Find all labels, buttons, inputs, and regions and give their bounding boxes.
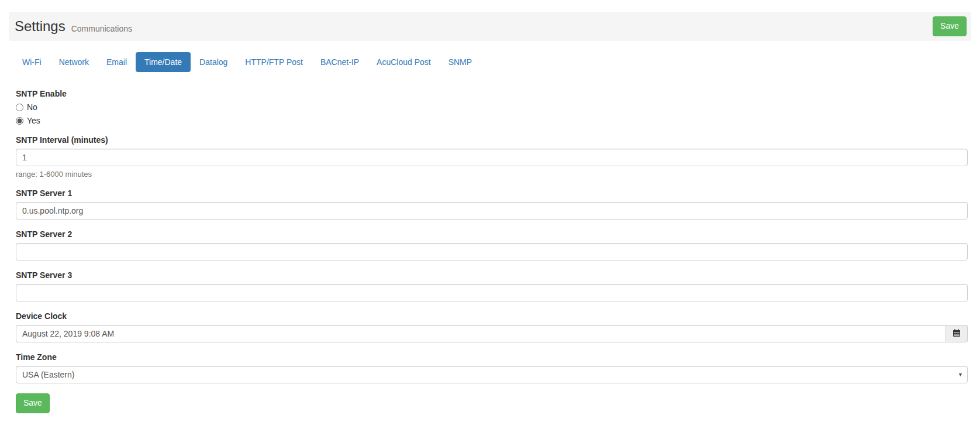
save-button-top[interactable]: Save [933, 16, 967, 36]
sntp-enable-no-radio[interactable] [16, 104, 23, 111]
tab-time-date[interactable]: Time/Date [136, 52, 191, 72]
sntp-enable-no-label[interactable]: No [27, 102, 37, 112]
tab-bacnet-ip[interactable]: BACnet-IP [312, 52, 368, 72]
page-title: Settings [15, 18, 65, 35]
sntp-server2-group: SNTP Server 2 [16, 229, 968, 260]
sntp-interval-help: range: 1-6000 minutes [16, 170, 968, 179]
tab-network[interactable]: Network [50, 52, 98, 72]
page-header: Settings Communications Save [9, 12, 971, 41]
sntp-interval-input[interactable] [16, 149, 968, 166]
sntp-server1-label: SNTP Server 1 [16, 188, 968, 198]
sntp-server1-input[interactable] [16, 202, 968, 220]
calendar-icon [953, 329, 961, 339]
tab-wifi[interactable]: Wi-Fi [13, 52, 50, 72]
page-subtitle: Communications [71, 19, 132, 33]
time-zone-select-wrap: USA (Eastern) ▼ [16, 366, 968, 383]
sntp-server1-group: SNTP Server 1 [16, 188, 968, 220]
device-clock-input[interactable] [16, 325, 946, 342]
tab-datalog[interactable]: Datalog [191, 52, 236, 72]
sntp-server3-input[interactable] [16, 284, 968, 301]
time-zone-select[interactable]: USA (Eastern) [16, 366, 968, 383]
tab-acucloud-post[interactable]: AcuCloud Post [368, 52, 440, 72]
sntp-enable-group: SNTP Enable No Yes [16, 89, 968, 125]
save-button-bottom[interactable]: Save [16, 393, 50, 413]
device-clock-group: Device Clock [16, 311, 968, 342]
device-clock-calendar-button[interactable] [946, 325, 968, 342]
sntp-server3-group: SNTP Server 3 [16, 270, 968, 301]
sntp-interval-label: SNTP Interval (minutes) [16, 135, 968, 145]
sntp-interval-group: SNTP Interval (minutes) range: 1-6000 mi… [16, 135, 968, 179]
tab-email[interactable]: Email [98, 52, 136, 72]
sntp-server2-input[interactable] [16, 243, 968, 260]
tab-snmp[interactable]: SNMP [440, 52, 481, 72]
time-zone-label: Time Zone [16, 352, 968, 362]
sntp-enable-label: SNTP Enable [16, 89, 968, 98]
sntp-enable-yes-radio[interactable] [16, 117, 23, 125]
sntp-server3-label: SNTP Server 3 [16, 270, 968, 280]
device-clock-input-group [16, 325, 968, 342]
sntp-enable-option-yes: Yes [16, 116, 968, 125]
sntp-server2-label: SNTP Server 2 [16, 229, 968, 239]
tab-http-ftp-post[interactable]: HTTP/FTP Post [236, 52, 312, 72]
settings-tab-bar: Wi-Fi Network Email Time/Date Datalog HT… [13, 52, 980, 72]
sntp-enable-option-no: No [16, 102, 968, 112]
device-clock-label: Device Clock [16, 311, 968, 321]
sntp-enable-yes-label[interactable]: Yes [27, 116, 40, 125]
time-zone-group: Time Zone USA (Eastern) ▼ [16, 352, 968, 383]
time-date-form: SNTP Enable No Yes SNTP Interval (minute… [16, 89, 968, 413]
